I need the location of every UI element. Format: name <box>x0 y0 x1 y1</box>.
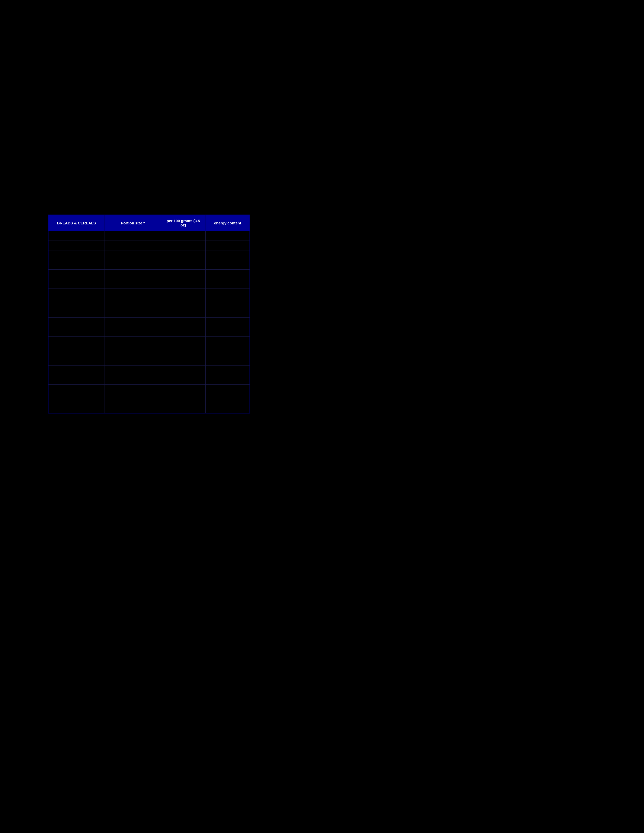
cell-col4 <box>205 356 250 365</box>
table-row <box>48 298 250 308</box>
cell-col3 <box>161 336 206 346</box>
cell-col2 <box>105 288 161 298</box>
header-per100: per 100 grams (3.5 oz) <box>161 215 206 231</box>
cell-col4 <box>205 394 250 404</box>
cell-col1 <box>48 260 105 269</box>
table-row <box>48 356 250 365</box>
cell-col1 <box>48 279 105 288</box>
cell-col1 <box>48 250 105 260</box>
table-row <box>48 336 250 346</box>
cell-col2 <box>105 317 161 327</box>
table-row <box>48 346 250 356</box>
cell-col4 <box>205 231 250 241</box>
cell-col2 <box>105 231 161 241</box>
table-row <box>48 260 250 269</box>
cell-col4 <box>205 279 250 288</box>
table-row <box>48 241 250 250</box>
header-portion: Portion size * <box>105 215 161 231</box>
cell-col2 <box>105 260 161 269</box>
cell-col4 <box>205 327 250 336</box>
cell-col4 <box>205 346 250 356</box>
cell-col1 <box>48 327 105 336</box>
table-row <box>48 394 250 404</box>
cell-col4 <box>205 308 250 317</box>
table-row <box>48 279 250 288</box>
cell-col4 <box>205 250 250 260</box>
header-food: BREADS & CEREALS <box>48 215 105 231</box>
cell-col3 <box>161 241 206 250</box>
cell-col1 <box>48 346 105 356</box>
table-row <box>48 317 250 327</box>
cell-col4 <box>205 317 250 327</box>
cell-col3 <box>161 404 206 413</box>
cell-col4 <box>205 298 250 308</box>
cell-col1 <box>48 308 105 317</box>
cell-col2 <box>105 346 161 356</box>
cell-col1 <box>48 298 105 308</box>
cell-col2 <box>105 356 161 365</box>
cell-col2 <box>105 394 161 404</box>
cell-col4 <box>205 269 250 279</box>
cell-col4 <box>205 260 250 269</box>
cell-col1 <box>48 336 105 346</box>
table-row <box>48 365 250 375</box>
cell-col3 <box>161 375 206 384</box>
cell-col2 <box>105 269 161 279</box>
cell-col4 <box>205 384 250 394</box>
cell-col2 <box>105 308 161 317</box>
cell-col4 <box>205 365 250 375</box>
cell-col2 <box>105 250 161 260</box>
table-row <box>48 375 250 384</box>
table-body <box>48 231 250 413</box>
breads-cereals-table: BREADS & CEREALS Portion size * per 100 … <box>48 215 250 413</box>
page: BREADS & CEREALS Portion size * per 100 … <box>0 0 644 833</box>
table-row <box>48 288 250 298</box>
cell-col4 <box>205 375 250 384</box>
cell-col1 <box>48 231 105 241</box>
table-row <box>48 384 250 394</box>
cell-col4 <box>205 288 250 298</box>
cell-col1 <box>48 269 105 279</box>
cell-col3 <box>161 231 206 241</box>
cell-col4 <box>205 404 250 413</box>
cell-col1 <box>48 394 105 404</box>
table-row <box>48 269 250 279</box>
cell-col3 <box>161 279 206 288</box>
cell-col3 <box>161 250 206 260</box>
cell-col2 <box>105 365 161 375</box>
cell-col3 <box>161 356 206 365</box>
table-row <box>48 250 250 260</box>
cell-col3 <box>161 346 206 356</box>
cell-col4 <box>205 241 250 250</box>
cell-col1 <box>48 317 105 327</box>
cell-col3 <box>161 384 206 394</box>
cell-col4 <box>205 336 250 346</box>
cell-col3 <box>161 365 206 375</box>
cell-col3 <box>161 269 206 279</box>
cell-col1 <box>48 375 105 384</box>
cell-col1 <box>48 288 105 298</box>
cell-col3 <box>161 327 206 336</box>
cell-col2 <box>105 327 161 336</box>
cell-col2 <box>105 384 161 394</box>
table-row <box>48 231 250 241</box>
cell-col2 <box>105 279 161 288</box>
table-row <box>48 404 250 413</box>
cell-col1 <box>48 356 105 365</box>
cell-col3 <box>161 288 206 298</box>
cell-col3 <box>161 260 206 269</box>
table-wrapper: BREADS & CEREALS Portion size * per 100 … <box>48 215 250 413</box>
table-row <box>48 308 250 317</box>
cell-col2 <box>105 375 161 384</box>
cell-col2 <box>105 336 161 346</box>
table-row <box>48 327 250 336</box>
cell-col1 <box>48 404 105 413</box>
cell-col2 <box>105 404 161 413</box>
cell-col2 <box>105 298 161 308</box>
table-header-row: BREADS & CEREALS Portion size * per 100 … <box>48 215 250 231</box>
cell-col1 <box>48 384 105 394</box>
cell-col1 <box>48 365 105 375</box>
cell-col3 <box>161 308 206 317</box>
cell-col3 <box>161 394 206 404</box>
cell-col3 <box>161 317 206 327</box>
